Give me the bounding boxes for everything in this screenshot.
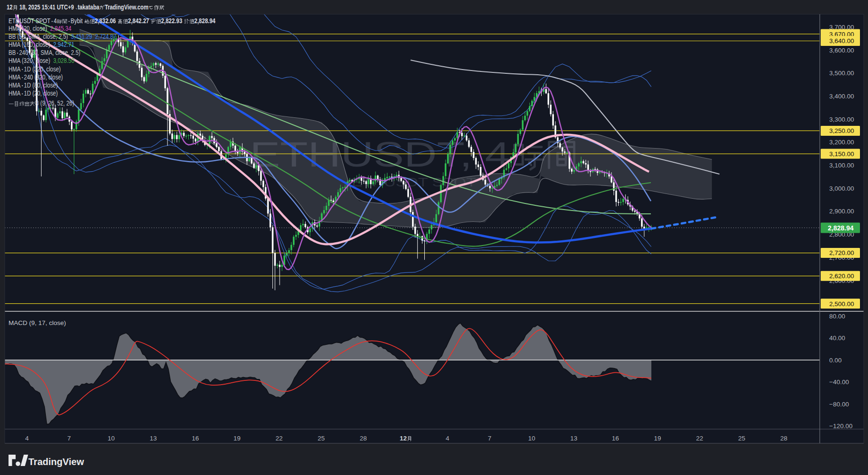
- svg-text:18, 2025 15:41 UTC+9: 18, 2025 15:41 UTC+9: [18, 3, 74, 11]
- svg-text:ETHUSDT SPOT: ETHUSDT SPOT: [9, 17, 51, 25]
- svg-text:16: 16: [192, 435, 199, 442]
- svg-text:12: 12: [400, 435, 407, 442]
- svg-text:2,832.06: 2,832.06: [95, 17, 116, 25]
- svg-text:2,900.00: 2,900.00: [829, 208, 854, 215]
- svg-text:HMA (160, close): HMA (160, close): [9, 41, 50, 48]
- svg-text:0.00: 0.00: [829, 357, 842, 364]
- svg-text:22: 22: [275, 435, 282, 442]
- svg-text:takataba: takataba: [78, 3, 100, 11]
- svg-text:2,822.93: 2,822.93: [161, 17, 183, 25]
- svg-text:HMA: HMA: [9, 73, 21, 81]
- svg-text:HMA (320, close): HMA (320, close): [9, 57, 50, 64]
- svg-text:28: 28: [780, 435, 787, 442]
- svg-text:HMA: HMA: [9, 89, 21, 97]
- svg-text:12: 12: [7, 3, 13, 11]
- svg-text:13: 13: [149, 435, 157, 442]
- svg-text:1D (320, close): 1D (320, close): [24, 65, 61, 73]
- svg-text:3,028.50: 3,028.50: [50, 57, 74, 64]
- svg-text:28: 28: [359, 435, 367, 442]
- svg-text:BB (50, SMA, close, 2.5): BB (50, SMA, close, 2.5): [9, 33, 68, 40]
- svg-text:40.00: 40.00: [829, 334, 845, 342]
- svg-text:® (9, 26, 52, 26): ® (9, 26, 52, 26): [35, 99, 74, 107]
- svg-text:3,500.00: 3,500.00: [829, 70, 854, 77]
- svg-text:19: 19: [233, 435, 240, 442]
- svg-text:16: 16: [612, 435, 619, 442]
- svg-text:3,300.00: 3,300.00: [829, 116, 854, 123]
- svg-text:HMA (20, close): HMA (20, close): [9, 25, 47, 32]
- svg-text:3,400.00: 3,400.00: [829, 93, 854, 100]
- svg-text:3,451.29 2,724.87: 3,451.29 2,724.87: [68, 33, 116, 40]
- svg-text:3,200.00: 3,200.00: [829, 139, 854, 146]
- svg-text:2,845.34: 2,845.34: [47, 25, 71, 32]
- svg-text:19: 19: [654, 435, 661, 442]
- svg-text:3,000.00: 3,000.00: [829, 185, 854, 192]
- svg-text:240 (60, SMA, close, 2.5): 240 (60, SMA, close, 2.5): [19, 49, 80, 56]
- svg-text:13: 13: [570, 435, 577, 442]
- svg-text:HMA: HMA: [9, 65, 21, 73]
- svg-text:3,150.00: 3,150.00: [829, 150, 854, 158]
- svg-text:4: 4: [54, 17, 57, 25]
- svg-text:−40.00: −40.00: [829, 378, 849, 386]
- svg-text:7: 7: [67, 435, 71, 442]
- svg-text:3,600.00: 3,600.00: [829, 47, 854, 54]
- svg-text:10: 10: [107, 435, 114, 442]
- svg-text:2,842.27: 2,842.27: [128, 17, 149, 25]
- svg-text:2,500.00: 2,500.00: [829, 300, 854, 308]
- svg-text:1D (20, close): 1D (20, close): [24, 89, 58, 97]
- svg-text:1D (80, close): 1D (80, close): [24, 81, 58, 89]
- svg-text:3,100.00: 3,100.00: [829, 162, 854, 169]
- svg-text:3,640.00: 3,640.00: [829, 37, 854, 44]
- svg-text:240 (320, close): 240 (320, close): [24, 73, 63, 81]
- svg-text:2,720.00: 2,720.00: [829, 249, 854, 256]
- svg-text:Bybit: Bybit: [70, 17, 84, 25]
- svg-text:7: 7: [488, 435, 491, 442]
- svg-text:−120.00: −120.00: [829, 422, 852, 430]
- svg-text:2,828.94: 2,828.94: [828, 224, 854, 232]
- svg-text:22: 22: [696, 435, 703, 442]
- svg-text:4: 4: [25, 435, 29, 442]
- svg-text:10: 10: [528, 435, 535, 442]
- svg-text:3,250.00: 3,250.00: [829, 127, 854, 134]
- svg-text:2,828.94: 2,828.94: [194, 17, 216, 25]
- svg-text:25: 25: [738, 435, 745, 442]
- svg-text:TradingView.com: TradingView.com: [105, 3, 148, 11]
- svg-text:HMA: HMA: [9, 81, 21, 89]
- svg-text:TradingView: TradingView: [28, 457, 84, 467]
- svg-text:MACD (9, 17, close): MACD (9, 17, close): [9, 319, 66, 326]
- svg-text:−80.00: −80.00: [829, 401, 849, 408]
- svg-text:BB: BB: [9, 49, 16, 56]
- svg-text:2,620.00: 2,620.00: [829, 273, 854, 280]
- svg-text:80.00: 80.00: [829, 313, 845, 320]
- svg-text:25: 25: [317, 435, 324, 442]
- svg-text:4: 4: [446, 435, 449, 442]
- svg-text:2,942.71: 2,942.71: [50, 41, 74, 48]
